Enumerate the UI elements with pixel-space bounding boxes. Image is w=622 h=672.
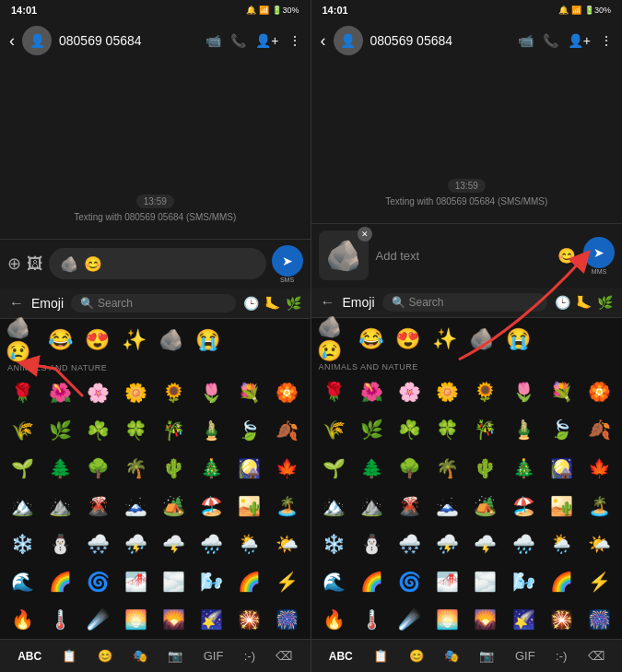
phone-icon-r[interactable]: 📞 xyxy=(543,33,558,48)
emoji-cell-🎑[interactable]: 🎑 xyxy=(543,449,581,487)
emoji-cell-🌺[interactable]: 🌺 xyxy=(41,374,79,412)
emoji-cell-🌻[interactable]: 🌻 xyxy=(155,374,193,412)
keyboard-nav-item-3[interactable]: 🎭 xyxy=(439,645,464,666)
emoji-cell-🌾[interactable]: 🌾 xyxy=(315,411,353,449)
keyboard-nav-item-7[interactable]: ⌫ xyxy=(270,645,298,666)
keyboard-nav-item-7[interactable]: ⌫ xyxy=(582,645,610,666)
keyboard-nav-item-4[interactable]: 📷 xyxy=(162,645,188,666)
add-person-icon-r[interactable]: 👤+ xyxy=(568,33,591,48)
emoji-cell-🔥[interactable]: 🔥 xyxy=(4,601,41,639)
recent-emoji-r3[interactable]: 😍 xyxy=(391,322,426,357)
emoji-cell-⛄[interactable]: ⛄ xyxy=(353,525,391,562)
sticker-foot-icon[interactable]: 🦶 xyxy=(264,296,280,311)
back-button-left[interactable]: ‹ xyxy=(9,31,15,51)
emoji-cell-🏜️[interactable]: 🏜️ xyxy=(230,488,268,525)
emoji-cell-🍁[interactable]: 🍁 xyxy=(268,450,306,488)
recent-tab-icon-r[interactable]: 🕒 xyxy=(555,295,570,310)
recent-emoji-4[interactable]: ✨ xyxy=(116,323,151,358)
emoji-cell-🌀[interactable]: 🌀 xyxy=(391,563,428,601)
emoji-cell-⛈️[interactable]: ⛈️ xyxy=(117,525,155,563)
emoji-search-left[interactable]: 🔍 Search xyxy=(71,294,235,312)
emoji-cell-🔥[interactable]: 🔥 xyxy=(315,601,353,639)
emoji-cell-🍂[interactable]: 🍂 xyxy=(581,411,618,449)
recent-tab-icon[interactable]: 🕒 xyxy=(243,296,259,311)
emoji-cell-🗻[interactable]: 🗻 xyxy=(117,488,155,525)
emoji-cell-🌨️[interactable]: 🌨️ xyxy=(79,525,117,563)
emoji-cell-🌬️[interactable]: 🌬️ xyxy=(193,563,230,601)
phone-icon[interactable]: 📞 xyxy=(230,33,246,48)
emoji-cell-⛰️[interactable]: ⛰️ xyxy=(41,488,79,525)
recent-emoji-r6[interactable]: 😭 xyxy=(501,322,536,357)
keyboard-nav-item-0[interactable]: ABC xyxy=(12,646,47,666)
keyboard-nav-item-1[interactable]: 📋 xyxy=(368,645,393,666)
emoji-cell-🌁[interactable]: 🌁 xyxy=(428,563,466,601)
keyboard-nav-item-4[interactable]: 📷 xyxy=(474,645,499,666)
emoji-cell-🏝️[interactable]: 🏝️ xyxy=(268,488,306,525)
emoji-cell-🌴[interactable]: 🌴 xyxy=(428,449,466,487)
emoji-cell-🌧️[interactable]: 🌧️ xyxy=(193,525,230,563)
emoji-cell-🌩️[interactable]: 🌩️ xyxy=(466,525,504,562)
emoji-cell-🏖️[interactable]: 🏖️ xyxy=(193,488,230,525)
emoji-cell-🎋[interactable]: 🎋 xyxy=(155,412,193,450)
emoji-cell-🌿[interactable]: 🌿 xyxy=(41,412,79,450)
emoji-cell-🌲[interactable]: 🌲 xyxy=(353,449,391,487)
recent-emoji-r5[interactable]: 🪨 xyxy=(464,322,499,357)
emoji-cell-🌈[interactable]: 🌈 xyxy=(230,563,268,601)
emoji-cell-🌼[interactable]: 🌼 xyxy=(428,373,466,411)
emoji-cell-🎄[interactable]: 🎄 xyxy=(193,450,230,488)
sticker-add-text[interactable]: Add text xyxy=(376,249,551,263)
emoji-cell-🌤️[interactable]: 🌤️ xyxy=(581,525,618,562)
emoji-cell-❄️[interactable]: ❄️ xyxy=(4,525,41,563)
emoji-cell-🍁[interactable]: 🍁 xyxy=(581,449,618,487)
add-person-icon[interactable]: 👤+ xyxy=(255,33,278,48)
emoji-cell-🏵️[interactable]: 🏵️ xyxy=(268,374,306,412)
emoji-cell-🌦️[interactable]: 🌦️ xyxy=(230,525,268,563)
emoji-cell-🎍[interactable]: 🎍 xyxy=(504,411,542,449)
recent-emoji-2[interactable]: 😂 xyxy=(42,323,77,358)
sticker-close-button[interactable]: ✕ xyxy=(358,227,372,242)
recent-emoji-3[interactable]: 😍 xyxy=(79,323,114,358)
emoji-cell-☘️[interactable]: ☘️ xyxy=(79,412,117,450)
emoji-cell-🌹[interactable]: 🌹 xyxy=(4,374,41,412)
keyboard-nav-item-1[interactable]: 📋 xyxy=(56,645,82,666)
emoji-cell-🍀[interactable]: 🍀 xyxy=(117,412,155,450)
emoji-cell-🎇[interactable]: 🎇 xyxy=(230,601,268,639)
emoji-cell-🌡️[interactable]: 🌡️ xyxy=(41,601,79,639)
emoji-cell-🌫️[interactable]: 🌫️ xyxy=(466,563,504,601)
emoji-cell-🌋[interactable]: 🌋 xyxy=(79,488,117,525)
emoji-cell-❄️[interactable]: ❄️ xyxy=(315,525,353,562)
emoji-cell-🌷[interactable]: 🌷 xyxy=(504,373,542,411)
emoji-cell-🗻[interactable]: 🗻 xyxy=(428,487,466,525)
keyboard-nav-item-3[interactable]: 🎭 xyxy=(127,645,153,666)
emoji-cell-🍀[interactable]: 🍀 xyxy=(428,411,466,449)
emoji-cell-🌤️[interactable]: 🌤️ xyxy=(268,525,306,563)
emoji-cell-🌹[interactable]: 🌹 xyxy=(315,373,353,411)
video-call-icon[interactable]: 📹 xyxy=(205,33,221,48)
keyboard-nav-item-5[interactable]: GIF xyxy=(510,645,541,666)
recent-emoji-5[interactable]: 🪨 xyxy=(153,323,188,358)
send-button-right[interactable]: ➤ xyxy=(583,237,615,268)
sticker-icon-left[interactable]: 🖼 xyxy=(27,254,43,274)
emoji-cell-⛰️[interactable]: ⛰️ xyxy=(353,487,391,525)
emoji-back-right[interactable]: ← xyxy=(321,294,335,311)
emoji-cell-🏔️[interactable]: 🏔️ xyxy=(4,488,41,525)
emoji-cell-🌈[interactable]: 🌈 xyxy=(543,563,581,601)
nature-tab-icon-r[interactable]: 🌿 xyxy=(597,295,613,310)
emoji-cell-🌠[interactable]: 🌠 xyxy=(193,601,230,639)
emoji-cell-☘️[interactable]: ☘️ xyxy=(391,411,428,449)
emoji-cell-🌦️[interactable]: 🌦️ xyxy=(543,525,581,562)
nature-tab-icon[interactable]: 🌿 xyxy=(286,296,301,311)
keyboard-nav-item-6[interactable]: :-) xyxy=(550,645,572,666)
emoji-cell-🌸[interactable]: 🌸 xyxy=(391,373,428,411)
emoji-cell-🌿[interactable]: 🌿 xyxy=(353,411,391,449)
emoji-cell-💐[interactable]: 💐 xyxy=(230,374,268,412)
emoji-cell-⚡[interactable]: ⚡ xyxy=(581,563,618,601)
emoji-cell-🍂[interactable]: 🍂 xyxy=(268,412,306,450)
emoji-cell-🎑[interactable]: 🎑 xyxy=(230,450,268,488)
emoji-cell-🌬️[interactable]: 🌬️ xyxy=(504,563,542,601)
emoji-search-right[interactable]: 🔍 Search xyxy=(382,293,547,312)
emoji-cell-⚡[interactable]: ⚡ xyxy=(268,563,306,601)
emoji-cell-⛄[interactable]: ⛄ xyxy=(41,525,79,563)
recent-emoji-1[interactable]: 🪨😢 xyxy=(6,323,41,358)
emoji-cell-🎋[interactable]: 🎋 xyxy=(466,411,504,449)
